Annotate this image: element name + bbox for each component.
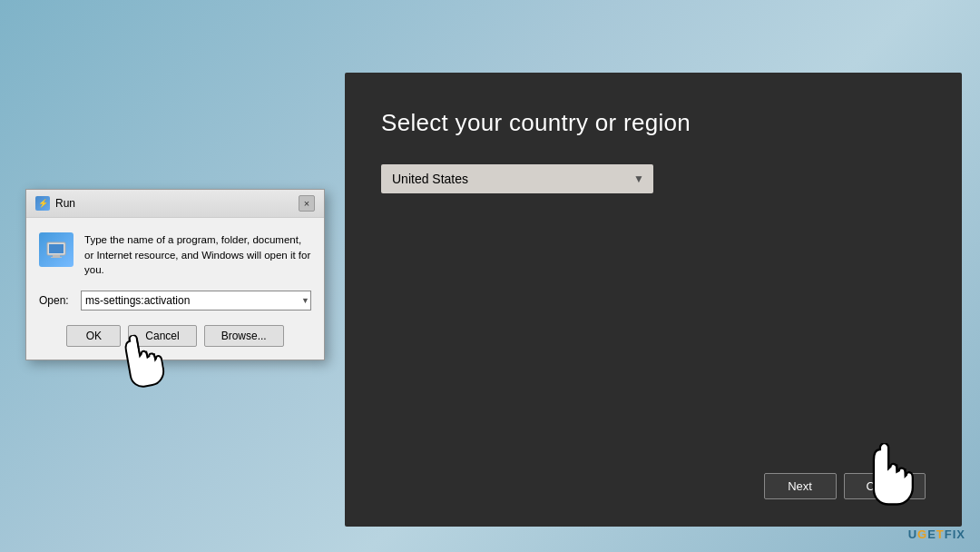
run-input-dropdown-arrow[interactable]: ▼ <box>301 296 309 305</box>
run-browse-button[interactable]: Browse... <box>204 325 284 347</box>
watermark-t: T <box>936 527 945 541</box>
run-big-icon <box>39 232 74 267</box>
svg-rect-3 <box>51 257 62 258</box>
run-dialog-body: Type the name of a program, folder, docu… <box>26 218 324 360</box>
svg-rect-2 <box>53 255 60 257</box>
watermark-fix: FIX <box>945 527 965 541</box>
country-select-wrapper: United States United Kingdom Canada Aust… <box>381 164 653 193</box>
watermark-u: U <box>908 527 917 541</box>
run-title-bar: ⚡ Run × <box>26 190 324 218</box>
run-description-text: Type the name of a program, folder, docu… <box>84 232 311 278</box>
next-button[interactable]: Next <box>764 473 837 499</box>
run-open-row: Open: ▼ <box>39 291 311 310</box>
run-app-icon: ⚡ <box>35 196 50 211</box>
watermark-get: G <box>917 527 927 541</box>
run-dialog: ⚡ Run × Type the name of a program, fold… <box>25 189 325 360</box>
run-title-left: ⚡ Run <box>35 196 75 211</box>
run-open-input-wrapper: ▼ <box>81 291 311 310</box>
run-cancel-button[interactable]: Cancel <box>128 325 196 347</box>
watermark-e: E <box>927 527 936 541</box>
svg-rect-1 <box>49 244 64 253</box>
run-dialog-title: Run <box>55 197 75 210</box>
setup-action-buttons: Next Cancel <box>381 473 926 499</box>
run-action-buttons: OK Cancel Browse... <box>39 325 311 347</box>
run-open-label: Open: <box>39 294 74 307</box>
run-command-input[interactable] <box>81 291 311 310</box>
setup-cancel-button[interactable]: Cancel <box>844 473 926 499</box>
run-close-button[interactable]: × <box>299 195 315 212</box>
run-description-area: Type the name of a program, folder, docu… <box>39 232 311 278</box>
country-select[interactable]: United States United Kingdom Canada Aust… <box>381 164 653 193</box>
setup-panel: Select your country or region United Sta… <box>345 73 962 527</box>
watermark: UGETFIX <box>908 527 965 541</box>
run-ok-button[interactable]: OK <box>66 325 121 347</box>
setup-title: Select your country or region <box>381 109 926 137</box>
